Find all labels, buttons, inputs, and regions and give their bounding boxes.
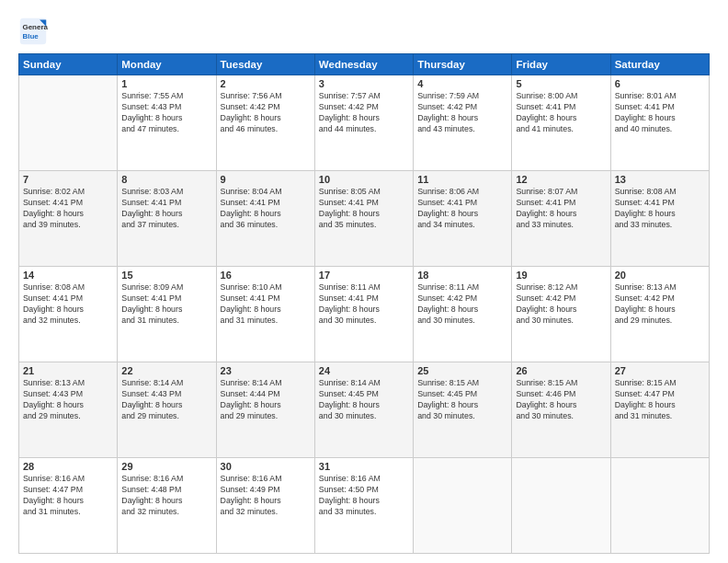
calendar-cell: 6Sunrise: 8:01 AM Sunset: 4:41 PM Daylig…: [610, 75, 709, 171]
calendar-cell: 11Sunrise: 8:06 AM Sunset: 4:41 PM Dayli…: [414, 171, 512, 267]
day-number: 6: [615, 78, 705, 89]
day-number: 22: [121, 365, 211, 376]
day-number: 10: [319, 174, 409, 185]
day-info: Sunrise: 8:11 AM Sunset: 4:42 PM Dayligh…: [417, 282, 507, 327]
day-number: 20: [615, 270, 705, 281]
calendar-cell: 15Sunrise: 8:09 AM Sunset: 4:41 PM Dayli…: [118, 267, 216, 362]
calendar-cell: 4Sunrise: 7:59 AM Sunset: 4:42 PM Daylig…: [414, 75, 512, 171]
weekday-header: Tuesday: [216, 54, 314, 75]
calendar-cell: 12Sunrise: 8:07 AM Sunset: 4:41 PM Dayli…: [512, 171, 610, 267]
day-number: 17: [319, 270, 409, 281]
calendar-cell: 26Sunrise: 8:15 AM Sunset: 4:46 PM Dayli…: [512, 362, 610, 458]
calendar-cell: 29Sunrise: 8:16 AM Sunset: 4:48 PM Dayli…: [118, 458, 216, 554]
day-number: 7: [23, 174, 113, 185]
day-info: Sunrise: 7:56 AM Sunset: 4:42 PM Dayligh…: [221, 91, 311, 135]
calendar-cell: 7Sunrise: 8:02 AM Sunset: 4:41 PM Daylig…: [19, 171, 118, 267]
calendar-cell: 14Sunrise: 8:08 AM Sunset: 4:41 PM Dayli…: [19, 267, 118, 362]
day-info: Sunrise: 8:16 AM Sunset: 4:50 PM Dayligh…: [319, 474, 409, 518]
day-number: 27: [615, 365, 705, 376]
day-info: Sunrise: 8:16 AM Sunset: 4:47 PM Dayligh…: [23, 474, 113, 518]
day-number: 29: [121, 461, 211, 472]
day-number: 1: [121, 78, 211, 89]
weekday-header: Wednesday: [314, 54, 413, 75]
day-info: Sunrise: 8:11 AM Sunset: 4:41 PM Dayligh…: [319, 282, 409, 327]
day-number: 9: [221, 174, 311, 185]
day-info: Sunrise: 8:05 AM Sunset: 4:41 PM Dayligh…: [319, 187, 409, 231]
logo-icon: General Blue: [18, 17, 48, 46]
day-number: 25: [417, 365, 507, 376]
calendar-cell: 21Sunrise: 8:13 AM Sunset: 4:43 PM Dayli…: [19, 362, 118, 458]
weekday-header: Saturday: [610, 54, 709, 75]
day-info: Sunrise: 8:04 AM Sunset: 4:41 PM Dayligh…: [221, 187, 311, 231]
day-info: Sunrise: 8:07 AM Sunset: 4:41 PM Dayligh…: [516, 187, 606, 231]
day-info: Sunrise: 8:15 AM Sunset: 4:47 PM Dayligh…: [615, 378, 705, 422]
day-number: 15: [121, 270, 211, 281]
day-number: 14: [23, 270, 113, 281]
calendar-cell: 2Sunrise: 7:56 AM Sunset: 4:42 PM Daylig…: [216, 75, 314, 171]
day-number: 19: [516, 270, 606, 281]
calendar-cell: 19Sunrise: 8:12 AM Sunset: 4:42 PM Dayli…: [512, 267, 610, 362]
calendar-cell: 17Sunrise: 8:11 AM Sunset: 4:41 PM Dayli…: [314, 267, 413, 362]
svg-text:Blue: Blue: [22, 32, 39, 40]
day-info: Sunrise: 8:09 AM Sunset: 4:41 PM Dayligh…: [121, 282, 211, 327]
weekday-header: Friday: [512, 54, 610, 75]
day-number: 18: [417, 270, 507, 281]
day-info: Sunrise: 7:59 AM Sunset: 4:42 PM Dayligh…: [417, 91, 507, 135]
calendar-cell: 9Sunrise: 8:04 AM Sunset: 4:41 PM Daylig…: [216, 171, 314, 267]
day-number: 28: [23, 461, 113, 472]
calendar-cell: 31Sunrise: 8:16 AM Sunset: 4:50 PM Dayli…: [314, 458, 413, 554]
calendar-cell: [414, 458, 512, 554]
day-number: 11: [417, 174, 507, 185]
calendar-cell: 16Sunrise: 8:10 AM Sunset: 4:41 PM Dayli…: [216, 267, 314, 362]
logo: General Blue: [18, 17, 48, 46]
day-info: Sunrise: 8:08 AM Sunset: 4:41 PM Dayligh…: [23, 282, 113, 327]
day-number: 24: [319, 365, 409, 376]
day-number: 21: [23, 365, 113, 376]
day-number: 3: [319, 78, 409, 89]
calendar-cell: 18Sunrise: 8:11 AM Sunset: 4:42 PM Dayli…: [414, 267, 512, 362]
day-info: Sunrise: 8:13 AM Sunset: 4:42 PM Dayligh…: [615, 282, 705, 327]
day-number: 4: [417, 78, 507, 89]
day-number: 5: [516, 78, 606, 89]
calendar-cell: 20Sunrise: 8:13 AM Sunset: 4:42 PM Dayli…: [610, 267, 709, 362]
calendar-cell: 27Sunrise: 8:15 AM Sunset: 4:47 PM Dayli…: [610, 362, 709, 458]
header: General Blue: [18, 17, 710, 46]
calendar-cell: 10Sunrise: 8:05 AM Sunset: 4:41 PM Dayli…: [314, 171, 413, 267]
calendar-cell: 1Sunrise: 7:55 AM Sunset: 4:43 PM Daylig…: [118, 75, 216, 171]
calendar-cell: 5Sunrise: 8:00 AM Sunset: 4:41 PM Daylig…: [512, 75, 610, 171]
day-info: Sunrise: 8:16 AM Sunset: 4:48 PM Dayligh…: [121, 474, 211, 518]
svg-text:General: General: [22, 23, 48, 31]
day-info: Sunrise: 8:03 AM Sunset: 4:41 PM Dayligh…: [121, 187, 211, 231]
day-info: Sunrise: 8:14 AM Sunset: 4:45 PM Dayligh…: [319, 378, 409, 422]
calendar-cell: 28Sunrise: 8:16 AM Sunset: 4:47 PM Dayli…: [19, 458, 118, 554]
day-info: Sunrise: 8:15 AM Sunset: 4:46 PM Dayligh…: [516, 378, 606, 422]
calendar-cell: 8Sunrise: 8:03 AM Sunset: 4:41 PM Daylig…: [118, 171, 216, 267]
day-number: 13: [615, 174, 705, 185]
day-number: 8: [121, 174, 211, 185]
calendar-cell: 23Sunrise: 8:14 AM Sunset: 4:44 PM Dayli…: [216, 362, 314, 458]
day-info: Sunrise: 8:16 AM Sunset: 4:49 PM Dayligh…: [221, 474, 311, 518]
day-info: Sunrise: 8:02 AM Sunset: 4:41 PM Dayligh…: [23, 187, 113, 231]
calendar-table: SundayMondayTuesdayWednesdayThursdayFrid…: [18, 53, 710, 554]
calendar-week-row: 28Sunrise: 8:16 AM Sunset: 4:47 PM Dayli…: [19, 458, 710, 554]
calendar-cell: [610, 458, 709, 554]
day-info: Sunrise: 8:00 AM Sunset: 4:41 PM Dayligh…: [516, 91, 606, 135]
day-info: Sunrise: 7:57 AM Sunset: 4:42 PM Dayligh…: [319, 91, 409, 135]
calendar-cell: [19, 75, 118, 171]
day-number: 26: [516, 365, 606, 376]
day-number: 16: [221, 270, 311, 281]
day-info: Sunrise: 8:10 AM Sunset: 4:41 PM Dayligh…: [221, 282, 311, 327]
day-info: Sunrise: 8:13 AM Sunset: 4:43 PM Dayligh…: [23, 378, 113, 422]
weekday-header: Monday: [118, 54, 216, 75]
day-info: Sunrise: 7:55 AM Sunset: 4:43 PM Dayligh…: [121, 91, 211, 135]
calendar-week-row: 1Sunrise: 7:55 AM Sunset: 4:43 PM Daylig…: [19, 75, 710, 171]
calendar-week-row: 7Sunrise: 8:02 AM Sunset: 4:41 PM Daylig…: [19, 171, 710, 267]
weekday-header: Thursday: [414, 54, 512, 75]
day-info: Sunrise: 8:14 AM Sunset: 4:44 PM Dayligh…: [221, 378, 311, 422]
day-info: Sunrise: 8:06 AM Sunset: 4:41 PM Dayligh…: [417, 187, 507, 231]
day-number: 23: [221, 365, 311, 376]
day-info: Sunrise: 8:15 AM Sunset: 4:45 PM Dayligh…: [417, 378, 507, 422]
day-info: Sunrise: 8:12 AM Sunset: 4:42 PM Dayligh…: [516, 282, 606, 327]
page: General Blue SundayMondayTuesdayWednesda…: [0, 0, 728, 563]
day-number: 30: [221, 461, 311, 472]
